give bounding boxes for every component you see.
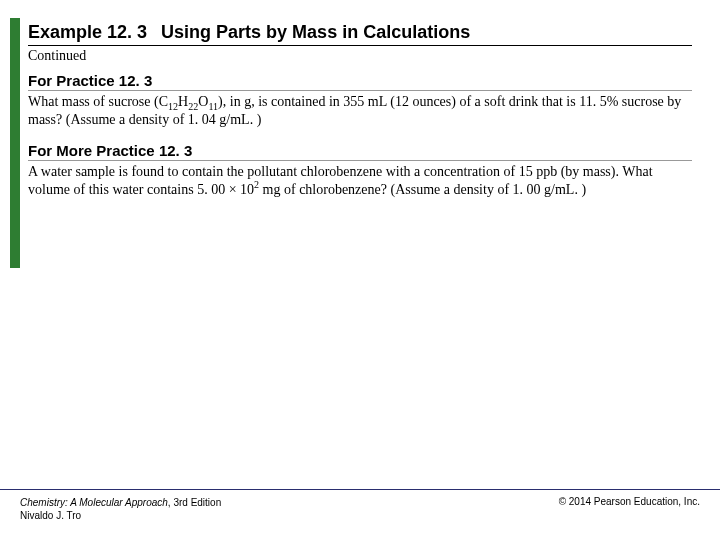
practice-h: H	[178, 94, 188, 109]
slide-page: Example 12. 3 Using Parts by Mass in Cal…	[0, 0, 720, 540]
title-row: Example 12. 3 Using Parts by Mass in Cal…	[28, 22, 692, 46]
sub-22: 22	[188, 101, 198, 112]
book-title: Chemistry: A Molecular Approach	[20, 497, 168, 508]
practice-o: O	[198, 94, 208, 109]
copyright: © 2014 Pearson Education, Inc.	[559, 496, 700, 507]
for-practice-heading: For Practice 12. 3	[28, 72, 692, 91]
book-line: Chemistry: A Molecular Approach, 3rd Edi…	[20, 496, 221, 509]
example-title: Using Parts by Mass in Calculations	[161, 22, 470, 43]
book-edition: , 3rd Edition	[168, 497, 221, 508]
footer: Chemistry: A Molecular Approach, 3rd Edi…	[0, 489, 720, 522]
for-more-practice-heading: For More Practice 12. 3	[28, 142, 692, 161]
author: Nivaldo J. Tro	[20, 509, 221, 522]
continued-label: Continued	[28, 48, 692, 64]
for-more-practice-body: A water sample is found to contain the p…	[28, 163, 692, 198]
content-area: Example 12. 3 Using Parts by Mass in Cal…	[0, 0, 720, 198]
for-practice-body: What mass of sucrose (C12H22O11), in g, …	[28, 93, 692, 128]
sub-11: 11	[208, 101, 218, 112]
sub-12: 12	[168, 101, 178, 112]
example-number: Example 12. 3	[28, 22, 147, 43]
footer-left: Chemistry: A Molecular Approach, 3rd Edi…	[20, 496, 221, 522]
more-text-post: mg of chlorobenzene? (Assume a density o…	[259, 182, 586, 197]
accent-bar	[10, 18, 20, 268]
practice-text-pre: What mass of sucrose (C	[28, 94, 168, 109]
